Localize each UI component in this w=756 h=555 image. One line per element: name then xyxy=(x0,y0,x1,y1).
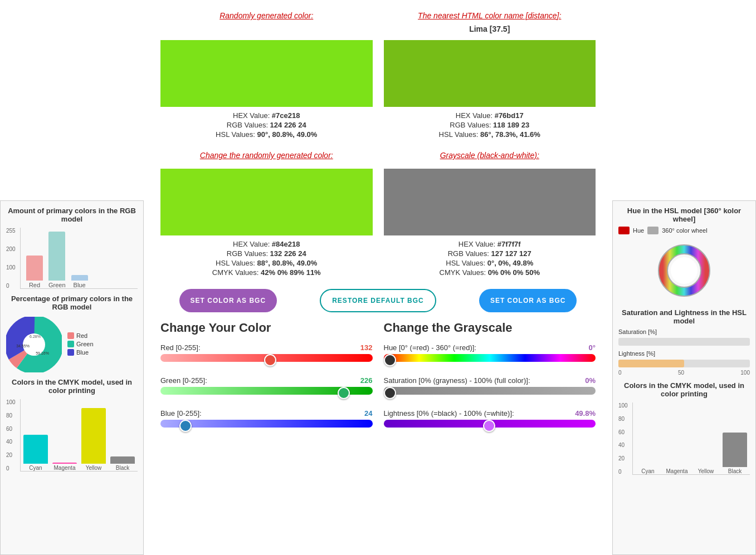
cmyk-bars-right: Cyan Magenta Yellow Black xyxy=(632,402,750,475)
change-grayscale-title: Change the Grayscale xyxy=(384,321,596,335)
cmyk-black-left: Black xyxy=(110,456,135,471)
lightness-row: Lightness [%] xyxy=(618,350,750,357)
light-slider-thumb[interactable] xyxy=(483,420,495,432)
green-slider-row: Green [0-255]: 226 xyxy=(160,376,373,399)
nearest-color-swatch xyxy=(384,40,596,107)
green-value: 226 xyxy=(360,376,373,385)
nearest-color-section: The nearest HTML color name [distance]: … xyxy=(384,11,596,36)
donut-container xyxy=(618,240,750,303)
light-slider-row: Lightness [0% (=black) - 100% (=white)]:… xyxy=(384,409,596,432)
pie-legend: Red Green Blue xyxy=(67,332,94,357)
hue-color-swatch xyxy=(618,227,630,234)
rgb-bar-title: Amount of primary colors in the RGB mode… xyxy=(6,207,138,223)
random-color-section: Randomly generated color: xyxy=(160,11,373,36)
lightness-track xyxy=(618,360,750,367)
change-grayscale-col: Change the Grayscale Hue [0° (=red) - 36… xyxy=(384,321,596,442)
legend-blue: Blue xyxy=(67,349,94,356)
saturation-label: Saturation [%] xyxy=(618,328,657,335)
y-axis: 255 200 100 0 xyxy=(6,228,16,289)
blue-label: Blue [0-255]: xyxy=(160,409,202,418)
rgb-bar-chart: 255 200 100 0 Red Green Blue xyxy=(6,228,138,289)
right-panel: Hue in the HSL model [360° kolor wheel] … xyxy=(612,200,756,555)
hue-slider-container xyxy=(384,354,596,366)
red-thumb[interactable] xyxy=(264,354,276,366)
random-title: Randomly generated color: xyxy=(160,11,373,20)
sat-slider-thumb[interactable] xyxy=(384,387,396,399)
bar-item-red: Red xyxy=(26,256,43,288)
green-thumb[interactable] xyxy=(338,387,350,399)
hue-donut xyxy=(653,240,715,301)
grayscale-color-info: HEX Value: #7f7f7f RGB Values: 127 127 1… xyxy=(384,240,596,277)
nearest-color-block: HEX Value: #76bd17 RGB Values: 118 189 2… xyxy=(384,40,596,140)
restore-button[interactable]: RESTORE DEFAULT BGC xyxy=(320,289,436,312)
sat-slider-value: 0% xyxy=(585,376,596,385)
change-random-title: Change the randomly generated color: xyxy=(160,151,373,160)
bar-item-blue: Blue xyxy=(71,275,88,288)
cmyk-y-axis-left: 100 80 60 40 20 0 xyxy=(6,399,16,471)
light-slider-value: 49.8% xyxy=(575,409,596,418)
svg-text:34.55%: 34.55% xyxy=(16,344,30,348)
blue-thumb[interactable] xyxy=(179,420,192,432)
random-color-swatch xyxy=(160,40,373,107)
hue-slider-value: 0° xyxy=(589,343,596,352)
hue-legend: Hue 360° color wheel xyxy=(618,227,750,234)
sat-light-bars: Saturation [%] Lightness [%] 0 50 100 xyxy=(618,328,750,376)
bar-blue xyxy=(71,275,88,281)
hue-slider-label: Hue [0° (=red) - 360° (=red)]: xyxy=(384,343,476,352)
saturation-row: Saturation [%] xyxy=(618,328,750,335)
set-bgc-left-button[interactable]: SET COLOR AS BGC xyxy=(179,289,277,312)
bar-red xyxy=(26,256,43,281)
pie-container: 6.28% 34.55% 59.16% Red Green Blue xyxy=(6,317,138,372)
change-color-col: Change Your Color Red [0-255]: 132 G xyxy=(160,321,373,442)
lightness-label: Lightness [%] xyxy=(618,350,657,357)
wheel-swatch xyxy=(647,227,659,234)
red-slider-row: Red [0-255]: 132 xyxy=(160,343,373,366)
cmyk-cyan-left: Cyan xyxy=(23,435,48,471)
sat-slider-container xyxy=(384,387,596,399)
nearest-title: The nearest HTML color name [distance]: xyxy=(384,11,596,20)
cmyk-bar-chart-left: 100 80 60 40 20 0 Cyan Magenta Yellow xyxy=(6,399,138,471)
lightness-fill xyxy=(618,360,684,367)
legend-green: Green xyxy=(67,341,94,347)
cmyk-bars-left: Cyan Magenta Yellow Black xyxy=(20,399,138,471)
cmyk-magenta-right: Magenta xyxy=(665,467,689,474)
light-slider-label: Lightness [0% (=black) - 100% (=white)]: xyxy=(384,409,514,418)
cmyk-magenta-left: Magenta xyxy=(52,463,77,471)
bottom-color-row: HEX Value: #84e218 RGB Values: 132 226 2… xyxy=(160,169,596,278)
bar-chart-area: Red Green Blue xyxy=(20,228,138,289)
random-color-info: HEX Value: #7ce218 RGB Values: 124 226 2… xyxy=(160,111,373,139)
hue-label: Hue xyxy=(633,227,644,234)
cmyk-bar-chart-right: 100 80 60 40 20 0 Cyan Magenta Yellow xyxy=(618,402,750,475)
cmyk-black-right: Black xyxy=(723,433,747,474)
blue-slider-container xyxy=(160,420,373,432)
left-panel: Amount of primary colors in the RGB mode… xyxy=(0,200,144,555)
nearest-name: Lima [37.5] xyxy=(384,24,596,33)
grayscale-color-block: HEX Value: #7f7f7f RGB Values: 127 127 1… xyxy=(384,169,596,278)
hsl-title: Hue in the HSL model [360° kolor wheel] xyxy=(618,207,750,223)
set-bgc-right-button[interactable]: SET COLOR AS BGC xyxy=(479,289,577,312)
svg-text:59.16%: 59.16% xyxy=(36,351,49,355)
legend-red: Red xyxy=(67,332,94,339)
red-slider-container xyxy=(160,354,373,366)
pie-chart: 6.28% 34.55% 59.16% xyxy=(6,317,62,372)
nearest-color-info: HEX Value: #76bd17 RGB Values: 118 189 2… xyxy=(384,111,596,139)
grayscale-color-swatch xyxy=(384,169,596,235)
center-content: Randomly generated color: The nearest HT… xyxy=(144,0,612,555)
top-color-row: HEX Value: #7ce218 RGB Values: 124 226 2… xyxy=(160,40,596,140)
blue-slider-row: Blue [0-255]: 24 xyxy=(160,409,373,432)
pie-title: Percentage of primary colors in the RGB … xyxy=(6,294,138,311)
green-slider-container xyxy=(160,387,373,399)
bar-item-green: Green xyxy=(48,232,66,288)
cmyk-title-right: Colors in the CMYK model, used in color … xyxy=(618,381,750,398)
saturation-track xyxy=(618,338,750,346)
cmyk-title-left: Colors in the CMYK model, used in color … xyxy=(6,378,138,395)
changed-color-block: HEX Value: #84e218 RGB Values: 132 226 2… xyxy=(160,169,373,278)
svg-point-6 xyxy=(671,257,698,284)
cmyk-yellow-left: Yellow xyxy=(81,408,106,471)
bar-green xyxy=(48,232,65,281)
blue-value: 24 xyxy=(364,409,372,418)
changed-color-swatch xyxy=(160,169,373,235)
hue-slider-thumb[interactable] xyxy=(384,354,396,366)
sat-light-title: Saturation and Lightness in the HSL mode… xyxy=(618,308,750,325)
cmyk-y-axis-right: 100 80 60 40 20 0 xyxy=(618,402,628,475)
